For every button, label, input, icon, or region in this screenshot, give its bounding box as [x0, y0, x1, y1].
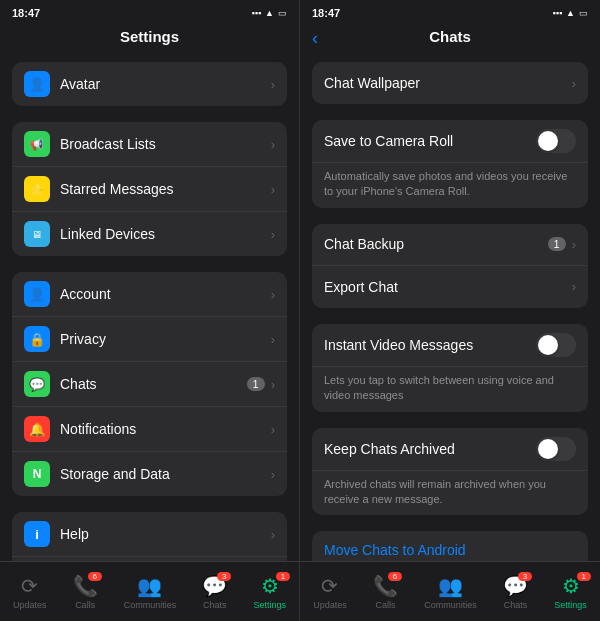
account-cell[interactable]: 👤 Account › — [12, 272, 287, 317]
move-chats-android-cell[interactable]: Move Chats to Android — [312, 531, 588, 561]
notifications-chevron: › — [271, 422, 275, 437]
right-title: Chats — [429, 28, 471, 45]
right-bottom-nav: ⟳ Updates 📞 6 Calls 👥 Communities 💬 3 Ch… — [300, 561, 600, 621]
save-camera-roll-cell[interactable]: Save to Camera Roll — [312, 120, 588, 163]
chats-chevron: › — [271, 377, 275, 392]
avatar-chevron: › — [271, 77, 275, 92]
avatar-label: Avatar — [60, 76, 271, 92]
storage-icon: N — [24, 461, 50, 487]
keep-archived-toggle[interactable] — [536, 437, 576, 461]
help-cell[interactable]: i Help › — [12, 512, 287, 557]
privacy-cell[interactable]: 🔒 Privacy › — [12, 317, 287, 362]
chats-label: Chats — [60, 376, 247, 392]
help-icon: i — [24, 521, 50, 547]
left-status-icons: ▪▪▪ ▲ ▭ — [252, 8, 288, 18]
help-chevron: › — [271, 527, 275, 542]
right-time: 18:47 — [312, 7, 340, 19]
save-camera-roll-toggle[interactable] — [536, 129, 576, 153]
right-nav-updates[interactable]: ⟳ Updates — [313, 574, 347, 610]
avatar-cell[interactable]: 👤 Avatar › — [12, 62, 287, 106]
keep-archived-label: Keep Chats Archived — [324, 441, 536, 457]
notifications-icon: 🔔 — [24, 416, 50, 442]
keep-archived-cell[interactable]: Keep Chats Archived — [312, 428, 588, 471]
instant-video-toggle[interactable] — [536, 333, 576, 357]
chat-backup-cell[interactable]: Chat Backup 1 › — [312, 224, 588, 266]
right-calls-badge: 6 — [388, 572, 402, 581]
archived-toggle-knob — [538, 439, 558, 459]
video-messages-group: Instant Video Messages Lets you tap to s… — [312, 324, 588, 412]
right-nav-chats[interactable]: 💬 3 Chats — [503, 574, 528, 610]
right-status-bar: 18:47 ▪▪▪ ▲ ▭ — [300, 0, 600, 24]
notifications-label: Notifications — [60, 421, 271, 437]
storage-chevron: › — [271, 467, 275, 482]
linked-label: Linked Devices — [60, 226, 271, 242]
chats-icon: 💬 — [24, 371, 50, 397]
right-header: ‹ Chats — [300, 24, 600, 54]
right-calls-label: Calls — [375, 600, 395, 610]
broadcast-label: Broadcast Lists — [60, 136, 271, 152]
calls-badge: 6 — [88, 572, 102, 581]
calls-label: Calls — [75, 600, 95, 610]
right-wifi-icon: ▲ — [566, 8, 575, 18]
starred-cell[interactable]: ⭐ Starred Messages › — [12, 167, 287, 212]
social-group: 📢 Broadcast Lists › ⭐ Starred Messages ›… — [12, 122, 287, 256]
nav-chats[interactable]: 💬 3 Chats — [202, 574, 227, 610]
linked-chevron: › — [271, 227, 275, 242]
export-chat-cell[interactable]: Export Chat › — [312, 266, 588, 308]
toggle-knob — [538, 131, 558, 151]
chats-nav-badge: 3 — [217, 572, 231, 581]
export-chat-label: Export Chat — [324, 279, 572, 295]
right-chats-nav-badge: 3 — [518, 572, 532, 581]
left-title: Settings — [120, 28, 179, 45]
settings-nav-label: Settings — [253, 600, 286, 610]
chat-backup-label: Chat Backup — [324, 236, 548, 252]
backup-group: Chat Backup 1 › Export Chat › — [312, 224, 588, 308]
communities-icon: 👥 — [137, 574, 162, 598]
left-header: Settings — [0, 24, 299, 54]
instant-video-cell[interactable]: Instant Video Messages — [312, 324, 588, 367]
right-communities-icon: 👥 — [438, 574, 463, 598]
updates-icon: ⟳ — [21, 574, 38, 598]
avatar-icon: 👤 — [24, 71, 50, 97]
chats-cell[interactable]: 💬 Chats 1 › — [12, 362, 287, 407]
storage-cell[interactable]: N Storage and Data › — [12, 452, 287, 496]
nav-settings[interactable]: ⚙ 1 Settings — [253, 574, 286, 610]
chats-badge: 1 — [247, 377, 265, 391]
settings-nav-badge: 1 — [276, 572, 290, 581]
right-chats-nav-label: Chats — [504, 600, 528, 610]
notifications-cell[interactable]: 🔔 Notifications › — [12, 407, 287, 452]
nav-calls[interactable]: 📞 6 Calls — [73, 574, 98, 610]
right-nav-settings[interactable]: ⚙ 1 Settings — [554, 574, 587, 610]
left-bottom-nav: ⟳ Updates 📞 6 Calls 👥 Communities 💬 3 Ch… — [0, 561, 299, 621]
export-chat-chevron: › — [572, 279, 576, 294]
right-nav-calls[interactable]: 📞 6 Calls — [373, 574, 398, 610]
nav-communities[interactable]: 👥 Communities — [124, 574, 177, 610]
linked-devices-cell[interactable]: 🖥 Linked Devices › — [12, 212, 287, 256]
right-nav-communities[interactable]: 👥 Communities — [424, 574, 477, 610]
account-chevron: › — [271, 287, 275, 302]
account-icon: 👤 — [24, 281, 50, 307]
camera-roll-group: Save to Camera Roll Automatically save p… — [312, 120, 588, 208]
storage-label: Storage and Data — [60, 466, 271, 482]
starred-label: Starred Messages — [60, 181, 271, 197]
broadcast-icon: 📢 — [24, 131, 50, 157]
right-updates-icon: ⟳ — [321, 574, 338, 598]
starred-icon: ⭐ — [24, 176, 50, 202]
chat-backup-badge: 1 — [548, 237, 566, 251]
chat-wallpaper-label: Chat Wallpaper — [324, 75, 572, 91]
help-group: i Help › ❤ Tell a Friend › — [12, 512, 287, 561]
chat-wallpaper-cell[interactable]: Chat Wallpaper › — [312, 62, 588, 104]
wifi-icon: ▲ — [265, 8, 274, 18]
updates-label: Updates — [13, 600, 47, 610]
right-updates-label: Updates — [313, 600, 347, 610]
nav-updates[interactable]: ⟳ Updates — [13, 574, 47, 610]
signal-icon: ▪▪▪ — [252, 8, 262, 18]
help-label: Help — [60, 526, 271, 542]
avatar-group: 👤 Avatar › — [12, 62, 287, 106]
broadcast-cell[interactable]: 📢 Broadcast Lists › — [12, 122, 287, 167]
settings-group: 👤 Account › 🔒 Privacy › 💬 Chats 1 › 🔔 No… — [12, 272, 287, 496]
starred-chevron: › — [271, 182, 275, 197]
back-button[interactable]: ‹ — [312, 28, 318, 49]
right-settings-badge: 1 — [577, 572, 591, 581]
communities-label: Communities — [124, 600, 177, 610]
